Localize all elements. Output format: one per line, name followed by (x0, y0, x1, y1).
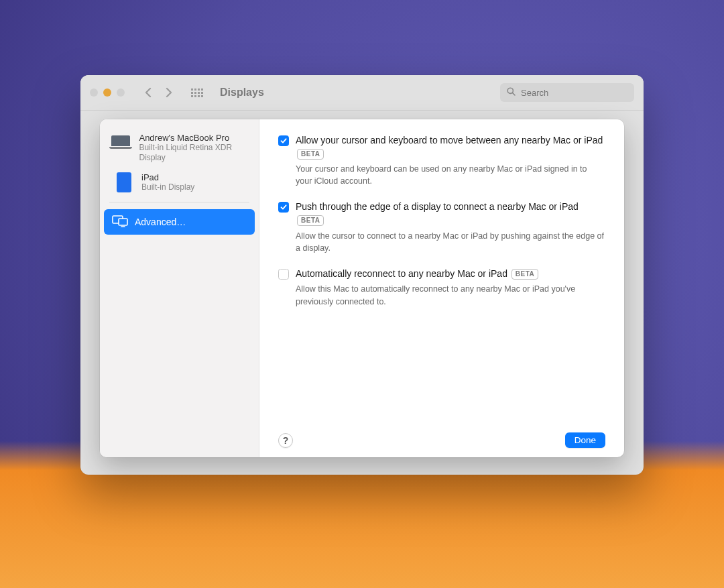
option-push-through-edge: Push through the edge of a display to co… (278, 200, 605, 253)
search-icon (507, 87, 516, 98)
sidebar-item-label: Advanced… (135, 217, 186, 227)
device-item-macbook[interactable]: Andrew's MacBook Pro Built-in Liquid Ret… (100, 129, 259, 168)
back-button[interactable] (138, 84, 157, 101)
sheet-footer: ? Done (278, 432, 605, 448)
device-subtitle: Built-in Liquid Retina XDR Display (139, 143, 249, 163)
minimize-button[interactable] (103, 89, 111, 97)
ipad-icon (117, 172, 131, 192)
system-preferences-window: Displays Andrew's MacBook Pro Built-in L… (80, 75, 644, 475)
device-name: iPad (141, 172, 194, 182)
option-title: Push through the edge of a display to co… (296, 200, 605, 227)
close-button[interactable] (90, 89, 98, 97)
checkbox-universal-control[interactable] (278, 135, 289, 146)
svg-line-1 (512, 93, 515, 95)
beta-badge: BETA (297, 149, 324, 160)
option-auto-reconnect: Automatically reconnect to any nearby Ma… (278, 268, 605, 308)
sheet-sidebar: Andrew's MacBook Pro Built-in Liquid Ret… (100, 119, 259, 457)
checkbox-push-through-edge[interactable] (278, 202, 289, 213)
option-desc: Allow the cursor to connect to a nearby … (296, 230, 605, 254)
all-preferences-button[interactable] (188, 84, 206, 101)
forward-button[interactable] (160, 84, 178, 101)
option-desc: Your cursor and keyboard can be used on … (296, 163, 605, 187)
option-desc: Allow this Mac to automatically reconnec… (296, 283, 605, 307)
sheet-main: Allow your cursor and keyboard to move b… (259, 119, 624, 457)
device-name: Andrew's MacBook Pro (139, 133, 249, 143)
laptop-icon (109, 135, 132, 149)
search-input[interactable] (520, 87, 627, 99)
beta-badge: BETA (511, 269, 538, 280)
option-universal-control: Allow your cursor and keyboard to move b… (278, 134, 605, 187)
window-title: Displays (220, 86, 264, 99)
done-button[interactable]: Done (565, 432, 605, 448)
beta-badge: BETA (297, 215, 324, 226)
checkbox-auto-reconnect[interactable] (278, 269, 289, 280)
device-item-ipad[interactable]: iPad Built-in Display (100, 168, 259, 198)
window-toolbar: Displays (80, 75, 644, 111)
option-title: Allow your cursor and keyboard to move b… (296, 134, 605, 160)
traffic-lights (90, 89, 125, 97)
zoom-button[interactable] (117, 89, 125, 97)
option-title: Automatically reconnect to any nearby Ma… (296, 268, 605, 281)
sidebar-item-advanced[interactable]: Advanced… (104, 209, 255, 235)
help-button[interactable]: ? (278, 433, 293, 448)
device-subtitle: Built-in Display (141, 182, 194, 192)
svg-rect-3 (119, 219, 127, 225)
advanced-settings-sheet: Andrew's MacBook Pro Built-in Liquid Ret… (100, 119, 624, 457)
sidebar-divider (109, 202, 249, 202)
search-field[interactable] (500, 83, 634, 102)
displays-icon (112, 215, 128, 229)
